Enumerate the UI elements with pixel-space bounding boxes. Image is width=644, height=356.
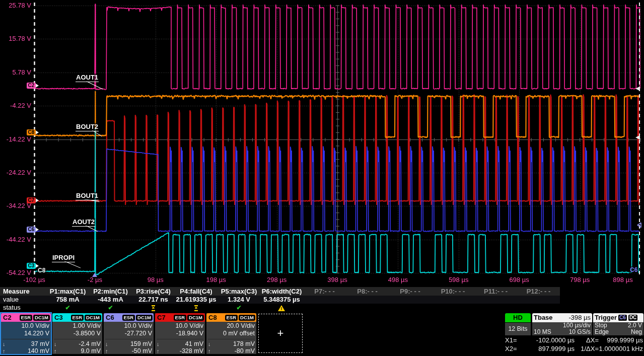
- channel-offset: 14.220 V: [3, 330, 49, 337]
- trigger-slope: Neg: [631, 329, 642, 335]
- channel-body: 10.0 V/div-18.940 V↓41 mV↑-328 mV: [155, 322, 205, 354]
- measure-column-p9[interactable]: P9:- - -: [389, 287, 432, 296]
- measure-column-p2[interactable]: P2:min(C1): [89, 287, 132, 296]
- channel-descriptor-c3[interactable]: C3ESRDC1M1.00 V/div-3.8500 V↓-2.4 mV↑9.0…: [52, 313, 102, 354]
- timebase-panel[interactable]: Tbase -398 µs 100 µs/div 10 MS 10 GS/s: [532, 313, 592, 335]
- measure-value-p7: [303, 296, 346, 304]
- waveform-display[interactable]: [0, 0, 644, 285]
- measure-value-p3: 22.717 ns: [132, 296, 175, 304]
- channel-marker-c3[interactable]: C3: [27, 263, 36, 269]
- channel-body: 20.0 V/div0 mV offset↓178 mV↑-80 mV: [206, 322, 256, 354]
- scope-display-area: C8 C6 25.78 V15.78 V5.78 V-4.22 V-14.22 …: [0, 0, 644, 285]
- channel-name: C7: [156, 314, 167, 321]
- x2-label: X2=: [505, 344, 524, 353]
- add-channel-button[interactable]: +: [258, 314, 303, 353]
- coupling-badge: DC1M: [136, 315, 153, 321]
- channel-descriptor-c2[interactable]: C2ESRDC1M10.0 V/div14.220 V↓37 mV↑140 mV: [1, 313, 51, 354]
- trigger-source-badge: C6: [618, 315, 627, 321]
- measure-status-p6: !: [260, 304, 303, 312]
- timebase-delay: -398 µs: [568, 313, 591, 322]
- trigger-type: Edge: [595, 329, 609, 335]
- esr-badge: ESR: [225, 315, 238, 321]
- measure-column-p7[interactable]: P7:- - -: [303, 287, 346, 296]
- arrow-up-icon: ↑: [208, 347, 213, 354]
- trigger-panel[interactable]: Trigger C6 DC Stop 2.0 V Edge Neg: [593, 313, 643, 335]
- channel-scale: 10.0 V/div: [157, 322, 203, 330]
- x1-value: -102.0000 µs: [524, 336, 575, 344]
- trace-label-aout1[interactable]: AOUT1: [76, 74, 99, 82]
- channel-scale: 10.0 V/div: [3, 322, 49, 330]
- measure-value-p1: 758 mA: [46, 296, 89, 304]
- measure-value-p9: [389, 296, 432, 304]
- timebase-samples: 10 MS: [534, 329, 551, 335]
- status-ok-icon: ✔: [108, 304, 113, 311]
- hd-indicator[interactable]: HD 12 Bits: [505, 313, 531, 335]
- channel-min-max: ↓178 mV↑-80 mV: [208, 339, 255, 354]
- channel-min-max: ↓37 mV↑140 mV: [3, 339, 49, 354]
- channel-header: C8ESRDC1M: [206, 313, 256, 322]
- measure-value-p5: 1.324 V: [218, 296, 260, 304]
- channel-offset: -18.940 V: [157, 330, 203, 337]
- arrow-down-icon: ↓: [105, 340, 110, 347]
- measure-column-p12[interactable]: P12:- - -: [517, 287, 560, 296]
- channel-max-value: -328 mV: [162, 347, 203, 354]
- invdx-value: 1.0000001 kHz: [599, 344, 643, 353]
- invdx-label: 1/ΔX=: [575, 344, 599, 353]
- trace-label-bout2[interactable]: BOUT2: [76, 123, 99, 131]
- dx-label: ΔX=: [575, 336, 599, 344]
- trace-label-bout1[interactable]: BOUT1: [76, 192, 99, 200]
- channel-header: C3ESRDC1M: [52, 313, 102, 322]
- channel-badges: ESRDC1M: [174, 315, 204, 321]
- arrow-up-icon: ↑: [3, 347, 8, 354]
- channel-badges: ESRDC1M: [71, 315, 101, 321]
- measure-column-p11[interactable]: P11:- - -: [474, 287, 517, 296]
- trigger-coupling-badge: DC: [628, 315, 637, 321]
- trace-label-ipropi[interactable]: IPROPI: [52, 254, 75, 262]
- measure-column-p5[interactable]: P5:max(C3): [218, 287, 260, 296]
- channel-max-value: 140 mV: [8, 347, 49, 354]
- channel-header: C7ESRDC1M: [155, 313, 205, 322]
- esr-badge: ESR: [122, 315, 135, 321]
- trace-label-aout2[interactable]: AOUT2: [72, 218, 95, 227]
- measure-row-title-status: status: [0, 304, 46, 312]
- channel-name: C3: [53, 314, 64, 321]
- channel-marker-c7[interactable]: C7: [27, 197, 36, 203]
- measure-column-p8[interactable]: P8:- - -: [346, 287, 389, 296]
- measure-column-p1[interactable]: P1:max(C1): [46, 287, 89, 296]
- channel-min-value: 178 mV: [213, 340, 255, 347]
- measure-row-title-value: value: [0, 296, 46, 304]
- plus-icon: +: [277, 327, 284, 340]
- measure-value-p6: 5.348375 µs: [260, 296, 303, 304]
- hd-bits: 12 Bits: [505, 323, 531, 335]
- x1-label: X1=: [505, 336, 524, 344]
- esr-badge: ESR: [20, 315, 33, 321]
- channel-descriptor-c6[interactable]: C6ESRDC1M10.0 V/div-27.720 V↓159 mV↑-50 …: [104, 313, 154, 354]
- channel-min-max: ↓41 mV↑-328 mV: [157, 339, 203, 354]
- status-invalid-icon: ×: [152, 305, 156, 311]
- channel-marker-c8[interactable]: C8: [27, 129, 36, 135]
- channel-marker-c2[interactable]: C2: [27, 83, 36, 89]
- status-ok-icon: ✔: [65, 304, 70, 311]
- measure-column-p4[interactable]: P4:fall(C4): [175, 287, 218, 296]
- channel-min-value: 41 mV: [162, 340, 203, 347]
- measure-table: MeasureP1:max(C1)P2:min(C1)P3:rise(C4)P4…: [0, 287, 644, 313]
- dx-value: 999.9999 µs: [599, 336, 643, 344]
- hd-label: HD: [505, 313, 531, 322]
- measure-value-p10: [432, 296, 474, 304]
- channel-marker-c6[interactable]: C6: [27, 227, 36, 233]
- channel-min-max: ↓-2.4 mV↑9.0 mV: [54, 339, 101, 354]
- channel-descriptor-c7[interactable]: C7ESRDC1M10.0 V/div-18.940 V↓41 mV↑-328 …: [155, 313, 205, 354]
- channel-descriptor-c8[interactable]: C8ESRDC1M20.0 V/div0 mV offset↓178 mV↑-8…: [206, 313, 256, 354]
- measure-status-p10: [432, 304, 474, 312]
- x2-value: 897.9999 µs: [524, 344, 575, 353]
- channel-badges: ESRDC1M: [225, 315, 255, 321]
- measure-column-p6[interactable]: P6:width(C2): [260, 287, 303, 296]
- channel-offset: 0 mV offset: [208, 330, 255, 337]
- coupling-badge: DC1M: [187, 315, 204, 321]
- channel-offset: -27.720 V: [105, 330, 152, 337]
- measure-value-p2: -443 mA: [89, 296, 132, 304]
- channel-max-value: -50 mV: [110, 347, 152, 354]
- measure-column-p3[interactable]: P3:rise(C4): [132, 287, 175, 296]
- measure-column-p10[interactable]: P10:- - -: [432, 287, 474, 296]
- measure-value-p8: [346, 296, 389, 304]
